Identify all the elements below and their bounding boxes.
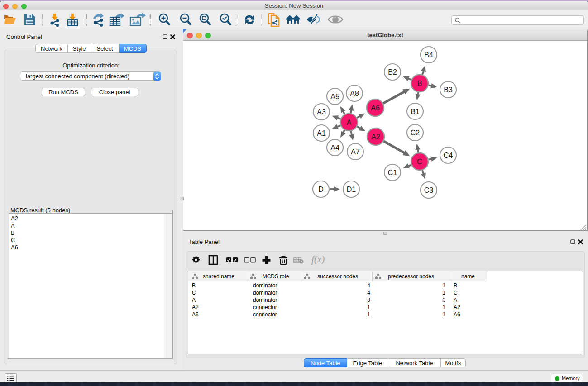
svg-text:A: A bbox=[347, 119, 352, 126]
svg-text:D: D bbox=[318, 186, 324, 193]
svg-text:B1: B1 bbox=[411, 108, 420, 115]
svg-text:B3: B3 bbox=[444, 86, 453, 94]
svg-text:A5: A5 bbox=[330, 93, 339, 100]
svg-text:C: C bbox=[417, 158, 422, 166]
svg-text:B4: B4 bbox=[424, 51, 433, 59]
svg-text:A6: A6 bbox=[371, 104, 380, 112]
svg-text:A8: A8 bbox=[350, 90, 359, 97]
svg-text:A4: A4 bbox=[330, 144, 339, 152]
svg-text:B2: B2 bbox=[388, 68, 397, 76]
svg-text:C1: C1 bbox=[388, 169, 397, 176]
svg-text:C4: C4 bbox=[444, 152, 453, 159]
svg-text:B: B bbox=[417, 80, 422, 87]
svg-text:A3: A3 bbox=[317, 108, 326, 116]
svg-text:A2: A2 bbox=[371, 133, 380, 141]
svg-text:D1: D1 bbox=[347, 186, 356, 193]
svg-text:A7: A7 bbox=[351, 148, 360, 156]
svg-text:C2: C2 bbox=[411, 129, 420, 137]
svg-text:A1: A1 bbox=[317, 129, 326, 137]
svg-text:C3: C3 bbox=[424, 186, 434, 194]
